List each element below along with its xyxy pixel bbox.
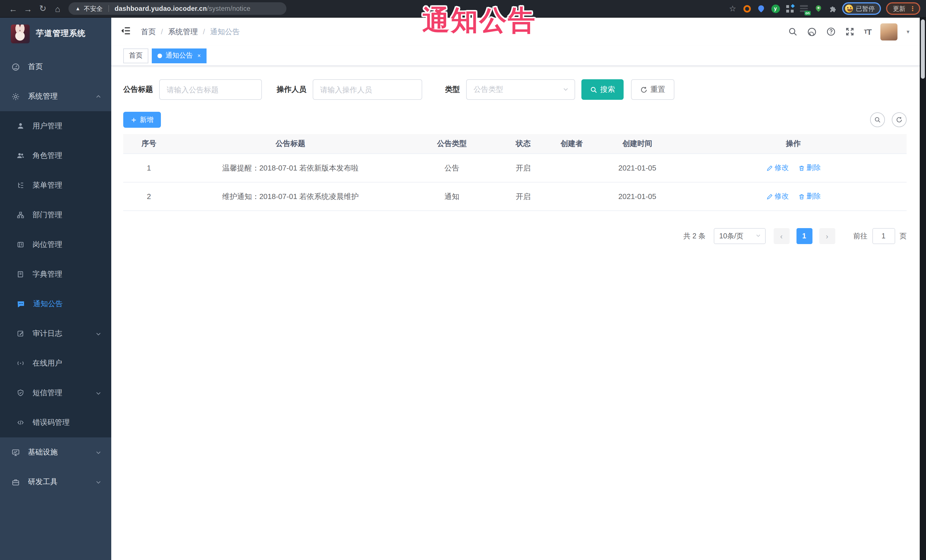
- chevron-down-icon: [755, 232, 761, 240]
- sidebar-item-departments[interactable]: 部门管理: [0, 200, 111, 230]
- address-bar[interactable]: ▲ 不安全 dashboard.yudao.iocoder.cn/system/…: [68, 2, 286, 15]
- col-header: 操作: [680, 139, 906, 149]
- search-icon[interactable]: [788, 27, 798, 36]
- home-icon[interactable]: ⌂: [50, 4, 65, 14]
- goto-page-input[interactable]: [872, 228, 895, 244]
- pager-buttons: ‹ 1 ›: [773, 228, 835, 244]
- hamburger-icon[interactable]: [121, 26, 131, 38]
- pagination-goto: 前往 页: [853, 228, 906, 244]
- sidebar: 芋道管理系统 首页 系统管理: [0, 18, 111, 560]
- browser-update-button[interactable]: 更新 ⋮: [886, 2, 920, 15]
- sidebar-item-label: 审计日志: [33, 329, 62, 339]
- online-users-icon: [17, 359, 24, 367]
- navbar-right: TT ▾: [788, 18, 909, 45]
- edit-link-label: 修改: [775, 163, 789, 173]
- announcement-icon: [17, 300, 25, 308]
- sidebar-item-label: 用户管理: [33, 121, 62, 131]
- cell-type: 通知: [406, 191, 498, 202]
- sidebar-item-sms[interactable]: 短信管理: [0, 378, 111, 408]
- sidebar-item-system[interactable]: 系统管理: [0, 82, 111, 111]
- browser-profile-chip[interactable]: 已暂停: [842, 2, 881, 15]
- extension-grid-icon[interactable]: [785, 4, 794, 13]
- cell-title: 维护通知：2018-07-01 若依系统凌晨维护: [175, 191, 406, 202]
- col-header: 状态: [498, 139, 549, 149]
- notice-title-input[interactable]: [159, 79, 262, 100]
- col-header: 创建者: [549, 139, 595, 149]
- browser-menu-icon[interactable]: ⋮: [909, 5, 916, 12]
- sidebar-item-dictionary[interactable]: 字典管理: [0, 260, 111, 289]
- bookmark-star-icon[interactable]: ☆: [728, 4, 737, 13]
- sidebar-item-users[interactable]: 用户管理: [0, 111, 111, 141]
- extension-blue-pin-icon[interactable]: [757, 4, 766, 13]
- page-size-select[interactable]: 10条/页: [713, 228, 766, 244]
- extensions-puzzle-icon[interactable]: [828, 4, 837, 13]
- table-row[interactable]: 2 维护通知：2018-07-01 若依系统凌晨维护 通知 开启 2021-01…: [123, 183, 906, 211]
- app-title: 芋道管理系统: [36, 29, 86, 39]
- sidebar-item-audit-log[interactable]: 审计日志: [0, 319, 111, 349]
- cell-type: 公告: [406, 163, 498, 173]
- extension-list-on-icon[interactable]: on: [799, 4, 808, 13]
- user-avatar[interactable]: [881, 23, 897, 40]
- sidebar-item-online-users[interactable]: 在线用户: [0, 349, 111, 378]
- sidebar-item-devtools[interactable]: 研发工具: [0, 467, 111, 497]
- type-label: 类型: [445, 85, 460, 95]
- avatar-caret-down-icon[interactable]: ▾: [906, 29, 909, 35]
- help-icon[interactable]: [826, 27, 836, 36]
- select-placeholder: 公告类型: [474, 85, 503, 95]
- org-tree-icon: [17, 211, 24, 219]
- url-path: /system/notice: [207, 5, 250, 12]
- table-row[interactable]: 1 温馨提醒：2018-07-01 若依新版本发布啦 公告 开启 2021-01…: [123, 154, 906, 183]
- sidebar-item-posts[interactable]: 岗位管理: [0, 230, 111, 260]
- add-button[interactable]: 新增: [123, 112, 161, 128]
- operator-input[interactable]: [313, 79, 422, 100]
- extension-green-circle-icon[interactable]: y: [771, 4, 780, 13]
- sidebar-item-menus[interactable]: 菜单管理: [0, 171, 111, 200]
- sidebar-item-label: 在线用户: [33, 358, 62, 368]
- tag-label: 首页: [129, 51, 143, 60]
- forward-icon[interactable]: →: [21, 4, 35, 14]
- search-button[interactable]: 搜索: [581, 79, 623, 100]
- users-icon: [17, 152, 24, 160]
- sidebar-item-home[interactable]: 首页: [0, 52, 111, 82]
- screenshot-root: ← → ↻ ⌂ ▲ 不安全 dashboard.yudao.iocoder.cn…: [0, 0, 926, 560]
- edit-link[interactable]: 修改: [766, 192, 789, 201]
- extension-orange-ring-icon[interactable]: [742, 4, 751, 13]
- tag-close-icon[interactable]: ×: [197, 53, 201, 59]
- reload-icon[interactable]: ↻: [35, 3, 50, 14]
- sidebar-item-roles[interactable]: 角色管理: [0, 141, 111, 171]
- refresh-table-button[interactable]: [892, 112, 906, 127]
- font-size-icon[interactable]: TT: [864, 27, 871, 36]
- breadcrumb-current: 通知公告: [210, 27, 240, 37]
- sidebar-item-notice[interactable]: 通知公告: [0, 289, 111, 319]
- filter-form: 公告标题 操作人员 类型 公告类型 搜索 重置: [123, 79, 906, 100]
- not-secure-label: 不安全: [84, 4, 103, 13]
- sidebar-logo[interactable]: 芋道管理系统: [0, 18, 111, 50]
- plus-icon: [131, 116, 137, 123]
- browser-scrollbar[interactable]: [920, 18, 926, 560]
- edit-link[interactable]: 修改: [766, 163, 789, 173]
- delete-link[interactable]: 删除: [798, 192, 821, 201]
- badge-icon: [17, 241, 24, 249]
- user-icon: [17, 122, 24, 130]
- scrollbar-thumb[interactable]: [921, 20, 925, 79]
- delete-link[interactable]: 删除: [798, 163, 821, 173]
- chevron-down-icon: [95, 449, 101, 455]
- breadcrumb-system[interactable]: 系统管理: [168, 27, 198, 37]
- sidebar-item-error-codes[interactable]: 错误码管理: [0, 408, 111, 438]
- notice-type-select[interactable]: 公告类型: [466, 79, 575, 100]
- sidebar-item-infrastructure[interactable]: 基础设施: [0, 438, 111, 467]
- sidebar-item-label: 岗位管理: [33, 240, 62, 250]
- prev-page-button[interactable]: ‹: [773, 228, 789, 244]
- chevron-up-icon: [95, 93, 101, 100]
- reset-button[interactable]: 重置: [631, 79, 674, 100]
- extension-green-pin-icon[interactable]: [814, 4, 823, 13]
- back-icon[interactable]: ←: [6, 4, 21, 14]
- github-icon[interactable]: [807, 27, 817, 37]
- current-page-button[interactable]: 1: [796, 228, 812, 244]
- breadcrumb-home[interactable]: 首页: [141, 27, 156, 37]
- tag-home[interactable]: 首页: [123, 48, 148, 63]
- toggle-search-button[interactable]: [870, 112, 885, 127]
- tag-notice-active[interactable]: 通知公告 ×: [152, 48, 207, 63]
- next-page-button[interactable]: ›: [819, 228, 835, 244]
- fullscreen-icon[interactable]: [845, 27, 855, 36]
